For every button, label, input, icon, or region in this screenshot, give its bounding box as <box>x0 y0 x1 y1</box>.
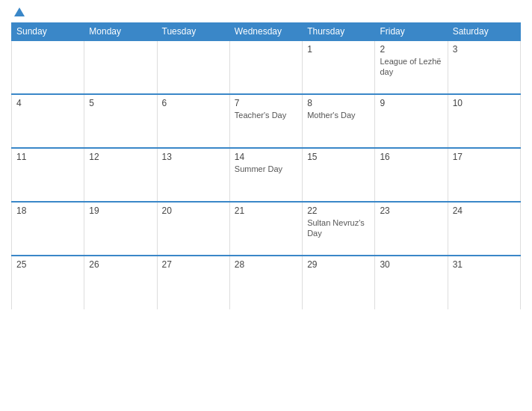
calendar-cell: 30 <box>375 256 448 309</box>
calendar-cell: 15 <box>303 148 375 202</box>
weekday-header-friday: Friday <box>375 23 448 41</box>
day-number: 25 <box>16 259 79 270</box>
week-row-5: 25262728293031 <box>12 256 521 309</box>
week-row-3: 11121314Summer Day151617 <box>12 148 521 202</box>
calendar-cell: 25 <box>12 256 84 309</box>
day-number: 18 <box>16 206 79 216</box>
header <box>11 7 521 16</box>
calendar-cell: 5 <box>84 94 157 148</box>
weekday-header-saturday: Saturday <box>448 23 520 41</box>
day-number: 10 <box>453 98 516 108</box>
day-number: 11 <box>16 152 79 162</box>
calendar-cell: 3 <box>448 40 520 94</box>
day-number: 20 <box>162 206 225 216</box>
weekday-header-tuesday: Tuesday <box>157 23 229 41</box>
holiday-label: Summer Day <box>235 164 282 173</box>
week-row-4: 1819202122Sultan Nevruz's Day2324 <box>12 202 521 256</box>
calendar-cell: 8Mother's Day <box>303 94 375 148</box>
week-row-2: 4567Teacher's Day8Mother's Day910 <box>12 94 521 148</box>
day-number: 15 <box>307 152 370 162</box>
day-number: 19 <box>89 206 152 216</box>
day-number: 2 <box>380 44 442 55</box>
logo-triangle-icon <box>14 7 25 16</box>
day-number: 22 <box>307 206 370 216</box>
calendar-cell: 4 <box>12 94 84 148</box>
calendar-cell: 9 <box>375 94 448 148</box>
calendar-cell: 31 <box>448 256 520 309</box>
holiday-label: Sultan Nevruz's Day <box>307 218 365 238</box>
calendar-cell: 17 <box>448 148 520 202</box>
calendar-cell: 16 <box>375 148 448 202</box>
calendar-cell: 21 <box>229 202 302 256</box>
calendar-cell: 14Summer Day <box>229 148 302 202</box>
calendar-cell: 18 <box>12 202 84 256</box>
day-number: 3 <box>453 44 516 55</box>
calendar-cell: 20 <box>157 202 229 256</box>
holiday-label: Mother's Day <box>307 111 355 120</box>
day-number: 13 <box>162 152 225 162</box>
calendar-cell: 1 <box>303 40 375 94</box>
day-number: 21 <box>235 206 297 216</box>
day-number: 5 <box>89 98 152 108</box>
holiday-label: Teacher's Day <box>235 111 286 120</box>
holiday-label: League of Lezhë day <box>380 57 441 76</box>
calendar-cell: 2League of Lezhë day <box>375 40 448 94</box>
day-number: 7 <box>235 98 297 108</box>
day-number: 31 <box>453 259 516 270</box>
day-number: 6 <box>162 98 225 108</box>
day-number: 30 <box>380 259 442 270</box>
calendar-page: SundayMondayTuesdayWednesdayThursdayFrid… <box>0 0 532 411</box>
day-number: 12 <box>89 152 152 162</box>
day-number: 26 <box>89 259 152 270</box>
day-number: 8 <box>307 98 370 108</box>
calendar-cell: 29 <box>303 256 375 309</box>
calendar-cell <box>84 40 157 94</box>
weekday-header-thursday: Thursday <box>303 23 375 41</box>
day-number: 23 <box>380 206 442 216</box>
calendar-cell: 6 <box>157 94 229 148</box>
calendar-cell: 22Sultan Nevruz's Day <box>303 202 375 256</box>
day-number: 29 <box>307 259 370 270</box>
calendar-cell: 28 <box>229 256 302 309</box>
calendar-cell: 12 <box>84 148 157 202</box>
week-row-1: 12League of Lezhë day3 <box>12 40 521 94</box>
day-number: 17 <box>453 152 516 162</box>
weekday-header-monday: Monday <box>84 23 157 41</box>
day-number: 9 <box>380 98 442 108</box>
weekday-header-row: SundayMondayTuesdayWednesdayThursdayFrid… <box>12 23 521 41</box>
calendar-cell: 10 <box>448 94 520 148</box>
day-number: 27 <box>162 259 225 270</box>
calendar-cell: 27 <box>157 256 229 309</box>
calendar-header: SundayMondayTuesdayWednesdayThursdayFrid… <box>12 23 521 41</box>
day-number: 14 <box>235 152 297 162</box>
day-number: 28 <box>235 259 297 270</box>
day-number: 1 <box>307 44 370 55</box>
calendar-cell: 19 <box>84 202 157 256</box>
calendar-table: SundayMondayTuesdayWednesdayThursdayFrid… <box>11 22 521 309</box>
calendar-cell <box>12 40 84 94</box>
calendar-cell: 7Teacher's Day <box>229 94 302 148</box>
calendar-cell: 26 <box>84 256 157 309</box>
day-number: 24 <box>453 206 516 216</box>
calendar-cell: 23 <box>375 202 448 256</box>
calendar-cell: 13 <box>157 148 229 202</box>
calendar-cell <box>157 40 229 94</box>
calendar-body: 12League of Lezhë day34567Teacher's Day8… <box>12 40 521 309</box>
calendar-cell: 11 <box>12 148 84 202</box>
weekday-header-wednesday: Wednesday <box>229 23 302 41</box>
logo <box>11 7 25 16</box>
calendar-cell: 24 <box>448 202 520 256</box>
weekday-header-sunday: Sunday <box>12 23 84 41</box>
day-number: 16 <box>380 152 442 162</box>
day-number: 4 <box>16 98 79 108</box>
calendar-cell <box>229 40 302 94</box>
